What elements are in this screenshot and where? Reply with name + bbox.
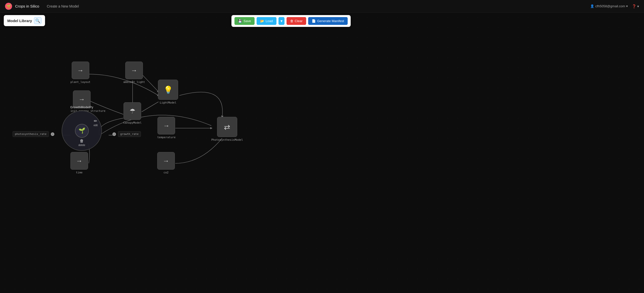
- node-label-time: time: [76, 171, 83, 174]
- io-photosynthesis-rate: photosynthesis_rate: [13, 131, 54, 137]
- model-library-panel: Model Library 🔍: [4, 15, 45, 26]
- app-title: Crops in Silico: [15, 4, 39, 8]
- node-box-time[interactable]: →: [70, 152, 88, 170]
- canvas[interactable]: → plant_layout → ambient_light 💡 LightMo…: [0, 13, 644, 293]
- navbar: 🌱 Crops in Silico Create a New Model 👤 c…: [0, 0, 644, 13]
- node-label-canopy-model: CanopyModel: [123, 121, 142, 124]
- io-label-photosynthesis-rate: photosynthesis_rate: [13, 131, 49, 137]
- manifest-icon: 📄: [312, 19, 316, 23]
- node-label-co2: co2: [164, 171, 169, 174]
- node-label-ambient-light: ambient_light: [123, 80, 145, 84]
- navbar-right: 👤 cfh5058@gmail.com ▾ ❓ ▾: [590, 4, 639, 8]
- node-box-photosynthesis-model[interactable]: ⇄: [217, 117, 237, 137]
- model-library-title: Model Library: [7, 19, 32, 23]
- delete-label: delete: [78, 144, 85, 146]
- delete-icon: 🗑: [80, 139, 84, 143]
- node-label-photosynthesis-model: PhotosynthesisModel: [211, 138, 243, 141]
- edit-label: edit: [94, 124, 98, 127]
- clear-icon: 🗑: [290, 19, 293, 23]
- node-temperature[interactable]: → temperature: [157, 117, 176, 139]
- save-button[interactable]: 💾 Save: [234, 17, 255, 25]
- radial-menu-title: GrowthModelPy: [70, 106, 93, 109]
- node-label-light-model: LightModel: [160, 101, 176, 104]
- node-time[interactable]: → time: [70, 152, 88, 174]
- model-library-search-button[interactable]: 🔍: [34, 17, 42, 24]
- io-port-photosynthesis-rate[interactable]: [51, 132, 54, 136]
- node-light-model[interactable]: 💡 LightModel: [158, 80, 178, 104]
- clear-button[interactable]: 🗑 Clear: [287, 17, 306, 25]
- node-photosynthesis-model[interactable]: ⇄ PhotosynthesisModel: [211, 117, 243, 141]
- radial-delete-button[interactable]: 🗑 delete: [78, 139, 85, 146]
- help-button[interactable]: ❓ ▾: [632, 4, 639, 8]
- node-box-co2[interactable]: →: [157, 152, 175, 170]
- radial-center-icon: 🌱: [78, 127, 85, 134]
- user-icon: 👤: [590, 4, 594, 8]
- generate-manifest-button[interactable]: 📄 Generate Manifest: [308, 17, 348, 25]
- node-ambient-light[interactable]: → ambient_light: [123, 62, 145, 84]
- node-init-canopy[interactable]: → init_canopy_structure: [70, 90, 93, 113]
- user-dropdown-icon: ▾: [626, 4, 628, 8]
- node-canopy-model[interactable]: ☂ CanopyModel: [123, 102, 142, 124]
- node-box-ambient-light[interactable]: →: [125, 62, 143, 79]
- toolbar: 💾 Save 📂 Load ▾ 🗑 Clear 📄 Generate Manif…: [231, 15, 351, 27]
- node-label-plant-layout: plant_layout: [70, 80, 90, 84]
- node-box-plant-layout[interactable]: →: [72, 62, 89, 79]
- io-label-growth-rate: growth_rate: [118, 131, 141, 137]
- connections-svg: [0, 13, 644, 293]
- node-box-canopy-model[interactable]: ☂: [124, 102, 141, 120]
- save-icon: 💾: [238, 19, 242, 23]
- node-co2[interactable]: → co2: [157, 152, 175, 174]
- load-dropdown-button[interactable]: ▾: [278, 17, 285, 25]
- nav-create-model[interactable]: Create a New Model: [47, 4, 79, 8]
- user-menu[interactable]: 👤 cfh5058@gmail.com ▾: [590, 4, 628, 8]
- load-icon: 📂: [260, 19, 264, 23]
- radial-edit-button[interactable]: ✏ edit: [94, 119, 98, 127]
- help-icon: ❓: [632, 4, 636, 8]
- edit-icon: ✏: [94, 119, 97, 123]
- load-button[interactable]: 📂 Load: [257, 17, 276, 25]
- app-logo: 🌱: [5, 3, 12, 10]
- io-growth-rate: growth_rate: [112, 131, 141, 137]
- node-box-light-model[interactable]: 💡: [158, 80, 178, 100]
- search-icon: 🔍: [35, 18, 40, 23]
- radial-center-button[interactable]: 🌱: [75, 124, 89, 138]
- node-box-temperature[interactable]: →: [157, 117, 175, 134]
- user-email: cfh5058@gmail.com: [595, 4, 625, 8]
- node-plant-layout[interactable]: → plant_layout: [70, 62, 90, 84]
- radial-menu: GrowthModelPy 🌱 ✏ edit 🗑 delete: [62, 111, 102, 151]
- node-label-temperature: temperature: [157, 136, 176, 139]
- io-port-growth-rate[interactable]: [112, 132, 116, 136]
